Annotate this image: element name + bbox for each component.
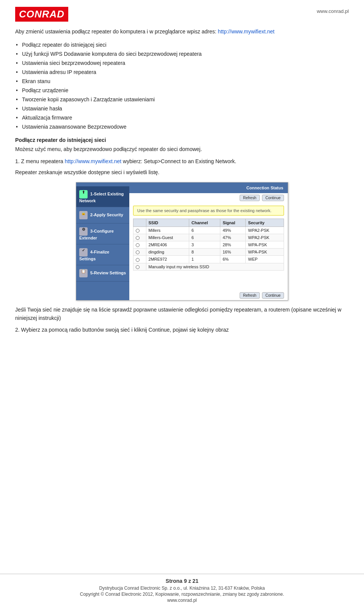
- step4-icon: ✓: [79, 248, 88, 257]
- row-ssid: 2MRE406: [146, 241, 189, 249]
- intro-text-before: Aby zmienić ustawienia podłącz repeater …: [15, 28, 217, 35]
- step2-text: 2. Wybierz za pomocą radio buttonów swoj…: [15, 326, 349, 334]
- row-security: WPA-PSK: [246, 249, 284, 256]
- row-signal: 49%: [220, 227, 246, 234]
- notice-box: Use the same security and passphrase as …: [133, 206, 284, 216]
- row-ssid: Millers: [146, 227, 189, 234]
- row-security: WPA-PSK: [246, 241, 284, 249]
- page-header: CONRAD www.conrad.pl: [0, 0, 364, 22]
- col-signal: Signal: [220, 219, 246, 227]
- footer-website: www.conrad.pl: [15, 598, 349, 603]
- refresh-button-top[interactable]: Refresh: [240, 195, 260, 201]
- refresh-button-bottom[interactable]: Refresh: [240, 292, 260, 299]
- row-security: WPA2-PSK: [246, 234, 284, 241]
- top-btn-row: Refresh Continue: [129, 193, 288, 203]
- list-item: Użyj funkcji WPS Dodawanie komputera do …: [15, 50, 349, 58]
- screenshot-container: ⬆ 1-Select Existing Network 🔒 2-Apply Se…: [15, 182, 349, 301]
- radio-button[interactable]: [136, 236, 140, 240]
- row-channel: 3: [189, 241, 220, 249]
- list-item: Ekran stanu: [15, 77, 349, 85]
- panel-header: Connection Status: [129, 183, 288, 193]
- row-security: WEP: [246, 256, 284, 263]
- row-ssid: dingding: [146, 249, 189, 256]
- main-content: Aby zmienić ustawienia podłącz repeater …: [0, 22, 364, 334]
- row-channel: 6: [189, 234, 220, 241]
- row-radio[interactable]: [133, 249, 146, 256]
- bottom-btn-row: Refresh Continue: [129, 291, 288, 300]
- row-ssid: Millers-Guest: [146, 234, 189, 241]
- website-url: www.conrad.pl: [317, 7, 349, 14]
- row-radio[interactable]: [133, 256, 146, 263]
- list-item: Aktualizacja firmware: [15, 114, 349, 122]
- step3-icon: ⚙: [79, 227, 88, 236]
- row-ssid: 2MRE972: [146, 256, 189, 263]
- feature-list: Podłącz repeater do istniejącej sieci Uż…: [15, 41, 349, 131]
- step1-prefix: 1. Z menu repeatera: [15, 158, 65, 164]
- main-panel: Connection Status Refresh Continue Use t…: [129, 183, 288, 300]
- radio-button[interactable]: [136, 258, 140, 262]
- row-channel: 6: [189, 227, 220, 234]
- row-signal: 6%: [220, 256, 246, 263]
- step1-desc: Repeater zeskanuje wszystkie dostępne si…: [15, 168, 349, 177]
- row-channel: 8: [189, 249, 220, 256]
- list-item: Ustawienia adresu IP repeatera: [15, 68, 349, 76]
- page-number: Strona 9 z 21: [15, 578, 349, 584]
- connection-status-label: Connection Status: [246, 186, 283, 190]
- row-signal: 16%: [220, 249, 246, 256]
- intro-paragraph: Aby zmienić ustawienia podłącz repeater …: [15, 28, 349, 36]
- logo-box: CONRAD: [15, 7, 68, 22]
- continue-button-top[interactable]: Continue: [262, 195, 284, 201]
- sidebar-step-4[interactable]: ✓ 4-Finalize Settings: [76, 244, 129, 265]
- continue-button-bottom[interactable]: Continue: [262, 292, 284, 299]
- table-row: 2MRE972 1 6% WEP: [133, 256, 284, 263]
- row-channel: 1: [189, 256, 220, 263]
- sidebar-step2-label: 2-Apply Security: [90, 212, 123, 217]
- col-channel: Channel: [189, 219, 220, 227]
- list-item: Tworzenie kopii zapasowych i Zarządzanie…: [15, 96, 349, 104]
- table-row: Millers-Guest 6 47% WPA2-PSK: [133, 234, 284, 241]
- sidebar-step-1[interactable]: ⬆ 1-Select Existing Network: [76, 186, 129, 207]
- sidebar-panel: ⬆ 1-Select Existing Network 🔒 2-Apply Se…: [76, 183, 129, 300]
- step1-icon: ⬆: [79, 190, 88, 198]
- table-row: 2MRE406 3 28% WPA-PSK: [133, 241, 284, 249]
- step1-suffix: wybierz: Setup>Connect to an Existing Ne…: [121, 158, 236, 164]
- step2-icon: 🔒: [79, 211, 88, 219]
- step5-icon: 📋: [79, 269, 88, 277]
- intro-link[interactable]: http://www.mywifiext.net: [218, 28, 275, 35]
- logo-text: CONRAD: [19, 8, 64, 20]
- radio-button[interactable]: [136, 243, 140, 247]
- page-wrapper: CONRAD www.conrad.pl Aby zmienić ustawie…: [0, 0, 364, 606]
- logo-area: CONRAD: [15, 7, 68, 22]
- step1-link[interactable]: http://www.mywifiext.net: [65, 158, 121, 164]
- radio-button[interactable]: [136, 265, 140, 269]
- network-table: SSID Channel Signal Security Millers: [133, 219, 284, 271]
- sidebar-step5-label: 5-Review Settings: [90, 271, 126, 275]
- page-footer: Strona 9 z 21 Dystrybucja Conrad Electro…: [0, 574, 364, 606]
- row-radio[interactable]: [133, 227, 146, 234]
- section-connect-title: Podłącz repeater do istniejącej sieci: [15, 137, 349, 143]
- radio-button[interactable]: [136, 229, 140, 233]
- radio-button[interactable]: [136, 250, 140, 254]
- row-radio[interactable]: [133, 234, 146, 241]
- step1-text: 1. Z menu repeatera http://www.mywifiext…: [15, 157, 349, 166]
- col-radio: [133, 219, 146, 227]
- sidebar-step-5[interactable]: 📋 5-Review Settings: [76, 265, 129, 282]
- list-item: Ustawienia sieci bezprzewodowej repeater…: [15, 59, 349, 67]
- col-security: Security: [246, 219, 284, 227]
- list-item: Podłącz urządzenie: [15, 87, 349, 94]
- row-security: WPA2-PSK: [246, 227, 284, 234]
- table-row: Manually input my wireless SSID: [133, 263, 284, 270]
- list-item: Ustawianie hasła: [15, 105, 349, 113]
- list-item: Podłącz repeater do istniejącej sieci: [15, 41, 349, 49]
- screenshot-box: ⬆ 1-Select Existing Network 🔒 2-Apply Se…: [76, 182, 288, 301]
- row-signal: 47%: [220, 234, 246, 241]
- list-item: Ustawienia zaawansowane Bezprzewodowe: [15, 123, 349, 131]
- row-radio[interactable]: [133, 241, 146, 249]
- table-row: Millers 6 49% WPA2-PSK: [133, 227, 284, 234]
- network-table-area: SSID Channel Signal Security Millers: [129, 217, 288, 291]
- row-radio[interactable]: [133, 263, 146, 270]
- sidebar-step-2[interactable]: 🔒 2-Apply Security: [76, 207, 129, 224]
- footer-company: Dystrybucja Conrad Electronic Sp. z o.o.…: [15, 586, 349, 591]
- sidebar-step-3[interactable]: ⚙ 3-Configure Extender: [76, 224, 129, 244]
- row-signal: 28%: [220, 241, 246, 249]
